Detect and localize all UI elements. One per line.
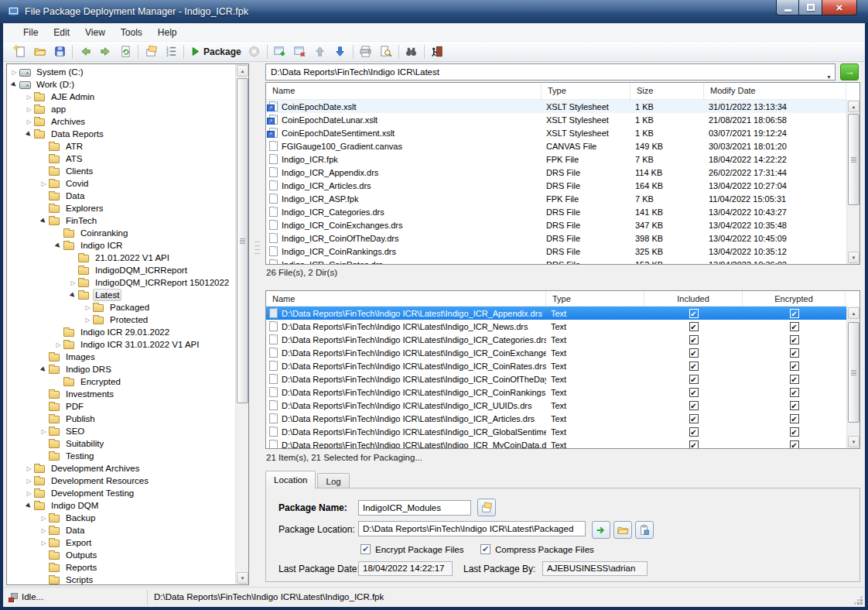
tab-log[interactable]: Log: [317, 473, 349, 488]
expand-arrow-icon[interactable]: ▷: [39, 428, 48, 435]
tree-item[interactable]: Explorers: [7, 202, 235, 214]
included-checkbox[interactable]: ✔: [689, 414, 699, 423]
collapse-arrow-icon[interactable]: ▶: [9, 79, 19, 90]
file-row[interactable]: Indigo_ICR_CoinOfTheDay.drsDRS File398 K…: [266, 231, 846, 245]
run-package-button[interactable]: Package: [186, 43, 244, 60]
tree-item[interactable]: Reports: [7, 561, 235, 574]
tree-item[interactable]: Testing: [7, 450, 235, 462]
included-checkbox[interactable]: ✔: [689, 440, 699, 449]
expand-arrow-icon[interactable]: ▷: [84, 317, 92, 324]
collapse-arrow-icon[interactable]: ▶: [23, 129, 34, 139]
menu-item-edit[interactable]: Edit: [46, 24, 77, 41]
package-item-row[interactable]: D:\Data Reports\FinTech\Indigo ICR\Lates…: [266, 425, 846, 438]
expand-arrow-icon[interactable]: ▷: [10, 69, 19, 76]
tab-location[interactable]: Location: [265, 471, 316, 488]
tree-item[interactable]: ▷Archives: [7, 115, 235, 128]
expand-arrow-icon[interactable]: ▷: [25, 478, 33, 485]
menu-item-file[interactable]: File: [15, 24, 46, 41]
scroll-up-icon[interactable]: ▲: [237, 65, 248, 77]
tree-item[interactable]: IndigoDQM_ICRReport: [7, 264, 235, 276]
tree-item[interactable]: ▷Protected: [7, 314, 235, 326]
included-checkbox[interactable]: ✔: [689, 401, 699, 410]
tree-item[interactable]: ▷Data: [7, 524, 235, 536]
tree-item[interactable]: Publish: [7, 413, 235, 425]
tree-item[interactable]: Investments: [7, 388, 235, 400]
tree-item[interactable]: ▷System (C:): [7, 66, 235, 78]
package-item-row[interactable]: D:\Data Reports\FinTech\Indigo ICR\Lates…: [266, 320, 846, 333]
tree-item[interactable]: ▷Packaged: [7, 301, 235, 314]
included-checkbox[interactable]: ✔: [689, 362, 699, 371]
tree-item[interactable]: ▷Export: [7, 536, 235, 549]
package-list-scrollbar[interactable]: ▲ ▼: [846, 307, 859, 448]
print-preview-button[interactable]: [376, 43, 396, 60]
splitter-handle[interactable]: [255, 240, 260, 257]
included-checkbox[interactable]: ✔: [689, 348, 699, 358]
file-row[interactable]: Indigo_ICR_CoinRates.drsDRS File152 KB13…: [266, 258, 846, 264]
column-header-type[interactable]: Type: [542, 83, 630, 100]
tree-item[interactable]: ▶Latest: [7, 289, 235, 301]
tree-item[interactable]: PDF: [7, 400, 235, 413]
encrypted-checkbox[interactable]: ✔: [790, 309, 799, 318]
menu-item-tools[interactable]: Tools: [113, 24, 150, 41]
title-bar[interactable]: File Package Deployment Manager - Indigo…: [0, 0, 868, 23]
tree-item[interactable]: ▷IndigoDQM_ICRReport 15012022: [7, 276, 235, 289]
included-checkbox[interactable]: ✔: [689, 375, 699, 384]
package-list-scrollbar-thumb[interactable]: [848, 322, 859, 423]
tree-item[interactable]: 21.01.2022 V1 API: [7, 252, 235, 264]
resize-grip[interactable]: [853, 595, 863, 605]
encrypted-checkbox[interactable]: ✔: [790, 427, 799, 437]
encrypted-checkbox[interactable]: ✔: [790, 362, 799, 371]
encrypted-checkbox[interactable]: ✔: [790, 440, 799, 449]
file-row[interactable]: Indigo_ICR.fpkFPK File7 KB18/04/2022 14:…: [266, 152, 846, 166]
print-button[interactable]: [356, 43, 376, 60]
stop-button[interactable]: [244, 43, 265, 60]
tree-item[interactable]: ▶Indigo ICR: [7, 239, 235, 252]
tree-item[interactable]: Encrypted: [7, 375, 235, 388]
collapse-arrow-icon[interactable]: ▶: [23, 500, 34, 511]
file-list-scrollbar-thumb[interactable]: [848, 114, 859, 205]
encrypted-checkbox[interactable]: ✔: [790, 375, 799, 384]
back-button[interactable]: [75, 43, 95, 60]
scroll-down-icon[interactable]: ▼: [848, 252, 859, 263]
file-row[interactable]: CoinEpochDate.xsltXSLT Stylesheet1 KB31/…: [266, 100, 846, 113]
expand-arrow-icon[interactable]: ▷: [39, 515, 48, 522]
expand-arrow-icon[interactable]: ▷: [25, 490, 33, 497]
menu-item-help[interactable]: Help: [150, 24, 185, 41]
column-header-encrypted[interactable]: Encrypted: [743, 291, 846, 307]
exit-button[interactable]: [427, 43, 447, 60]
column-header-modify-date[interactable]: Modify Date: [704, 83, 846, 100]
open-folder-button[interactable]: [29, 43, 50, 60]
package-item-row[interactable]: D:\Data Reports\FinTech\Indigo ICR\Lates…: [266, 372, 846, 386]
collapse-arrow-icon[interactable]: ▶: [67, 290, 78, 300]
included-checkbox[interactable]: ✔: [689, 427, 699, 437]
file-row[interactable]: Indigo_ICR_Articles.drsDRS File164 KB13/…: [266, 179, 846, 192]
encrypt-checkbox[interactable]: ✔: [361, 544, 371, 554]
tree-item[interactable]: Clients: [7, 165, 235, 177]
package-item-row[interactable]: D:\Data Reports\FinTech\Indigo ICR\Lates…: [266, 438, 846, 448]
file-row[interactable]: Indigo_ICR_CoinRankings.drsDRS File325 K…: [266, 245, 846, 258]
numbered-list-button[interactable]: 123: [161, 43, 181, 60]
tree-item[interactable]: ▶Indigo DQM: [7, 499, 235, 512]
properties-button[interactable]: [141, 43, 161, 60]
column-header-name[interactable]: Name: [266, 83, 542, 100]
tree-item[interactable]: Coinranking: [7, 227, 235, 239]
package-location-input[interactable]: [358, 521, 586, 536]
package-item-row[interactable]: D:\Data Reports\FinTech\Indigo ICR\Lates…: [266, 386, 846, 399]
tree-item[interactable]: ▷Covid: [7, 177, 235, 190]
scroll-down-icon[interactable]: ▼: [848, 436, 859, 447]
tree-scrollbar[interactable]: ▲ ▼: [235, 64, 248, 584]
column-header-size[interactable]: Size: [630, 83, 704, 100]
included-checkbox[interactable]: ✔: [689, 388, 699, 397]
expand-arrow-icon[interactable]: ▷: [25, 94, 33, 101]
package-name-input[interactable]: [358, 500, 471, 516]
compress-checkbox[interactable]: ✔: [480, 544, 490, 554]
new-file-button[interactable]: [9, 43, 29, 60]
go-button[interactable]: →: [840, 63, 859, 81]
tree-item[interactable]: ▷Development Archives: [7, 462, 235, 475]
column-header-type[interactable]: Type: [546, 291, 644, 307]
included-checkbox[interactable]: ✔: [689, 335, 699, 344]
expand-arrow-icon[interactable]: ▷: [54, 341, 63, 348]
tree-item[interactable]: ▶Work (D:): [7, 78, 235, 91]
file-row[interactable]: Indigo_ICR_ASP.fpkFPK File7 KB11/04/2022…: [266, 192, 846, 205]
collapse-arrow-icon[interactable]: ▶: [38, 364, 49, 375]
